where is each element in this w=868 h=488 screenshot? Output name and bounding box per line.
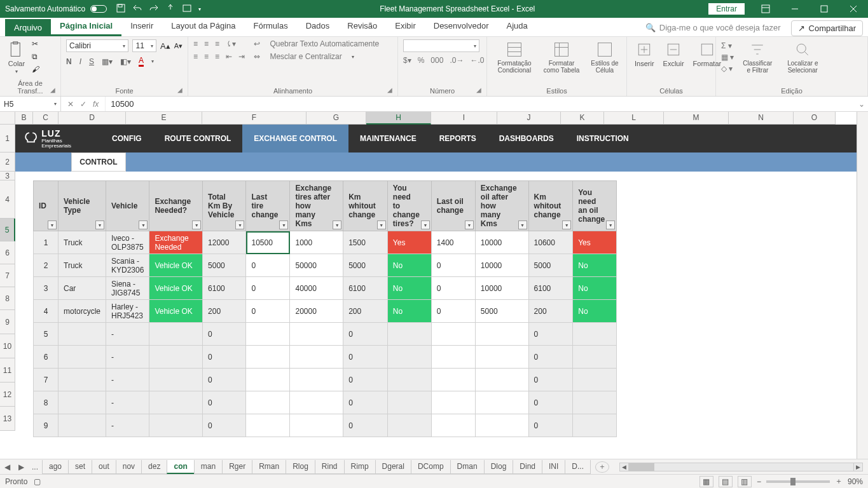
share-button[interactable]: ↗ Compartilhar xyxy=(791,20,863,36)
cell-exoil[interactable]: 5000 xyxy=(475,300,528,323)
cell-extires[interactable] xyxy=(290,369,343,391)
cell-needoil[interactable]: No xyxy=(573,277,617,300)
filter-icon[interactable]: ▼ xyxy=(139,220,148,229)
zoom-slider[interactable] xyxy=(766,480,830,483)
cell-needtire[interactable] xyxy=(387,391,431,414)
cell-lastoil[interactable] xyxy=(431,369,475,391)
cell-needtire[interactable] xyxy=(387,323,431,346)
zoom-in-icon[interactable]: ＋ xyxy=(835,476,843,487)
undo-icon[interactable] xyxy=(132,3,142,15)
macro-record-icon[interactable]: ▢ xyxy=(34,477,41,486)
cell-totalkm[interactable]: 0 xyxy=(203,369,246,391)
cell-needtire[interactable] xyxy=(387,414,431,437)
cell-lastoil[interactable]: 0 xyxy=(431,300,475,323)
col-id[interactable]: ID▼ xyxy=(34,181,59,231)
cell-extires[interactable]: 40000 xyxy=(290,277,343,300)
filter-icon[interactable]: ▼ xyxy=(95,220,104,229)
cell-kmoil[interactable]: 5000 xyxy=(528,254,573,277)
align-center-icon[interactable]: ≡ xyxy=(204,52,209,61)
cell-lasttire[interactable] xyxy=(246,391,290,414)
new-sheet-icon[interactable]: ＋ xyxy=(595,461,609,473)
col-needoil[interactable]: You need an oil change▼ xyxy=(573,181,617,231)
cell-kmtire[interactable]: 0 xyxy=(343,414,388,437)
cell-type[interactable]: motorcycle xyxy=(59,300,106,323)
col-header-K[interactable]: K xyxy=(561,112,604,125)
hscroll-thumb[interactable] xyxy=(629,463,654,471)
cell-exchange[interactable] xyxy=(149,391,203,414)
row-header-7[interactable]: 7 xyxy=(0,264,15,287)
cell-exoil[interactable]: 10000 xyxy=(475,254,528,277)
cell-kmtire[interactable]: 0 xyxy=(343,346,388,369)
cell-lastoil[interactable] xyxy=(431,323,475,346)
cell-needoil[interactable] xyxy=(573,414,617,437)
col-header-E[interactable]: E xyxy=(126,112,202,125)
qat-more-icon[interactable]: ▾ xyxy=(198,6,201,12)
cell-type[interactable] xyxy=(59,346,106,369)
cell-exoil[interactable] xyxy=(475,346,528,369)
control-subtab[interactable]: CONTROL xyxy=(71,152,126,172)
page-layout-view-icon[interactable]: ▤ xyxy=(719,476,733,487)
cell-vehicle[interactable]: Iveco - OLP3875 xyxy=(106,231,149,254)
col-header-C[interactable]: C xyxy=(33,112,59,125)
cell-totalkm[interactable]: 6100 xyxy=(203,277,246,300)
save-icon[interactable] xyxy=(116,3,126,15)
sort-filter-button[interactable]: Classificar e Filtrar xyxy=(738,39,777,75)
cell-needoil[interactable] xyxy=(573,391,617,414)
col-type[interactable]: Vehicle Type▼ xyxy=(59,181,106,231)
cell-vehicle[interactable]: Harley - HRJ5423 xyxy=(106,300,149,323)
comma-icon[interactable]: 000 xyxy=(431,56,443,65)
cell-lastoil[interactable]: 0 xyxy=(431,254,475,277)
horizontal-scrollbar[interactable]: ◀ ▶ xyxy=(619,463,863,471)
cell-kmoil[interactable]: 0 xyxy=(528,414,573,437)
fill-icon[interactable]: ▦ ▾ xyxy=(721,53,734,62)
filter-icon[interactable]: ▼ xyxy=(333,220,341,229)
cut-icon[interactable]: ✂ xyxy=(32,39,39,48)
row-header-9[interactable]: 9 xyxy=(0,310,15,334)
sheet-tab-man[interactable]: man xyxy=(194,460,223,474)
nav-route-control[interactable]: ROUTE CONTROL xyxy=(153,125,243,152)
cell-exoil[interactable] xyxy=(475,323,528,346)
cell-extires[interactable] xyxy=(290,346,343,369)
cell-lasttire[interactable]: 0 xyxy=(246,277,290,300)
cell-totalkm[interactable]: 0 xyxy=(203,323,246,346)
nav-reports[interactable]: REPORTS xyxy=(428,125,488,152)
cell-type[interactable]: Truck xyxy=(59,254,106,277)
cell-id[interactable]: 4 xyxy=(34,300,59,323)
cell-totalkm[interactable]: 0 xyxy=(203,346,246,369)
cell-kmoil[interactable]: 0 xyxy=(528,369,573,391)
cell-exchange[interactable] xyxy=(149,414,203,437)
cell-kmtire[interactable]: 1500 xyxy=(343,231,388,254)
align-right-icon[interactable]: ≡ xyxy=(215,52,219,61)
cell-needtire[interactable]: Yes xyxy=(387,231,431,254)
number-format-select[interactable]: ▾ xyxy=(403,39,479,52)
cancel-icon[interactable]: ✕ xyxy=(67,100,74,109)
sheet-tab-rman[interactable]: Rman xyxy=(252,460,286,474)
cell-kmtire[interactable]: 0 xyxy=(343,369,388,391)
col-lasttire[interactable]: Last tire change▼ xyxy=(246,181,290,231)
sheet-tab-rind[interactable]: Rind xyxy=(315,460,345,474)
row-header-8[interactable]: 8 xyxy=(0,287,15,310)
cell-exchange[interactable]: Vehicle OK xyxy=(149,300,203,323)
cell-vehicle[interactable]: - xyxy=(106,414,149,437)
cell-id[interactable]: 3 xyxy=(34,277,59,300)
cell-styles-button[interactable]: Estilos de Célula xyxy=(586,39,623,75)
sheet-tab-dgeral[interactable]: Dgeral xyxy=(375,460,411,474)
col-header-M[interactable]: M xyxy=(664,112,729,125)
col-header-G[interactable]: G xyxy=(307,112,366,125)
cell-needtire[interactable]: No xyxy=(387,254,431,277)
cell-type[interactable] xyxy=(59,323,106,346)
col-extires[interactable]: Exchange tires after how many Kms▼ xyxy=(290,181,343,231)
file-tab[interactable]: Arquivo xyxy=(5,19,51,36)
insert-cells-button[interactable]: Inserir xyxy=(632,39,657,69)
row-header-6[interactable]: 6 xyxy=(0,241,15,264)
find-select-button[interactable]: Localizar e Selecionar xyxy=(781,39,824,75)
ribbon-tab-f-rmulas[interactable]: Fórmulas xyxy=(245,17,297,36)
ribbon-tab-inserir[interactable]: Inserir xyxy=(121,17,162,36)
sheet-tab-con[interactable]: con xyxy=(167,460,194,474)
cell-kmtire[interactable]: 6100 xyxy=(343,277,388,300)
col-exchange[interactable]: Exchange Needed?▼ xyxy=(149,181,203,231)
copy-icon[interactable]: ⧉ xyxy=(32,52,39,61)
border-icon[interactable]: ▦▾ xyxy=(102,57,113,66)
sheet-tab-dman[interactable]: Dman xyxy=(450,460,485,474)
cell-needoil[interactable] xyxy=(573,369,617,391)
